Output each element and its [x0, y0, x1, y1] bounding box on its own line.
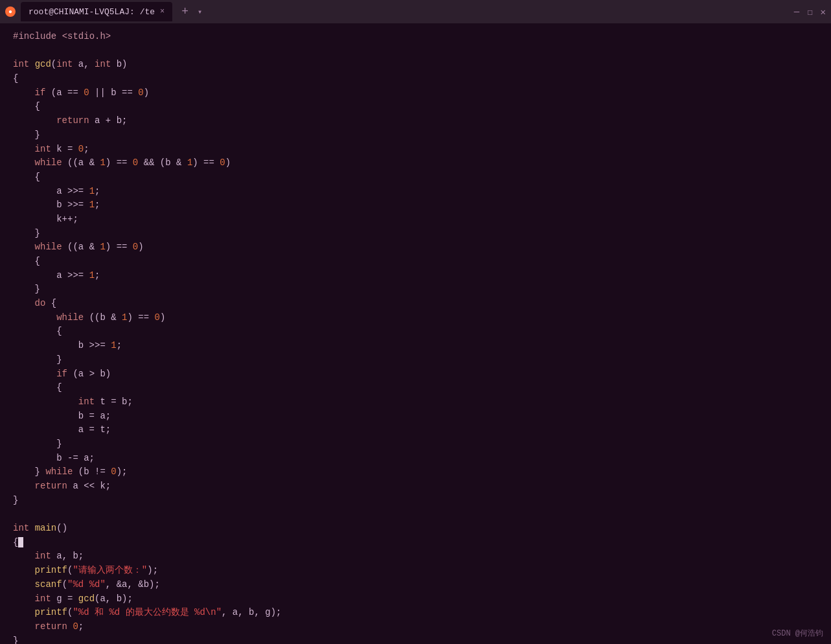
- watermark: CSDN @何浩钧: [772, 628, 823, 639]
- code-editor: #include <stdio.h> int gcd(int a, int b)…: [0, 23, 831, 644]
- minimize-button[interactable]: —: [794, 6, 799, 17]
- tab-label: root@CHINAMI-LVQ5LAJ: /te: [28, 7, 155, 17]
- maximize-button[interactable]: ☐: [807, 6, 812, 17]
- titlebar: ● root@CHINAMI-LVQ5LAJ: /te × + ▾ — ☐ ✕: [0, 0, 831, 23]
- code-content: #include <stdio.h> int gcd(int a, int b)…: [13, 30, 818, 644]
- window-controls: — ☐ ✕: [794, 6, 826, 17]
- tab-dropdown[interactable]: ▾: [198, 7, 202, 17]
- terminal-tab[interactable]: root@CHINAMI-LVQ5LAJ: /te ×: [21, 2, 172, 21]
- watermark-text: CSDN @何浩钧: [772, 629, 823, 638]
- new-tab-button[interactable]: +: [177, 5, 192, 18]
- window-close-button[interactable]: ✕: [821, 6, 826, 17]
- tab-favicon: ●: [5, 6, 16, 17]
- tab-close-button[interactable]: ×: [160, 7, 165, 16]
